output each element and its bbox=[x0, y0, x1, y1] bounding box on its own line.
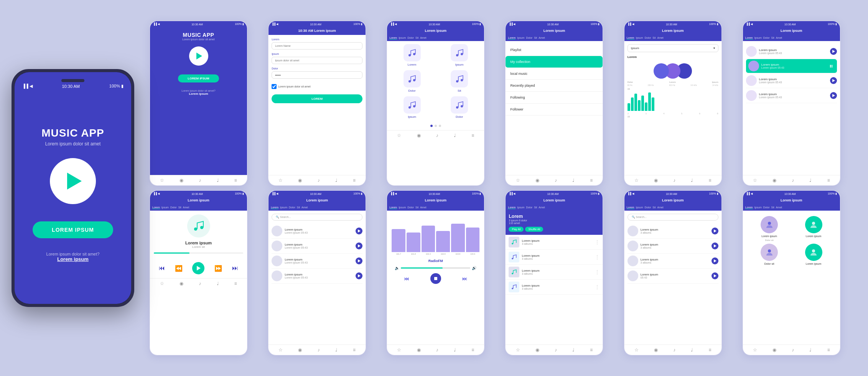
user-icon[interactable]: ♪ bbox=[555, 178, 557, 183]
menu-icon[interactable]: ≡ bbox=[353, 347, 356, 353]
search-play-3[interactable] bbox=[356, 272, 362, 279]
name-input[interactable] bbox=[272, 42, 362, 49]
radio-icon[interactable]: ◉ bbox=[535, 178, 539, 183]
music-icon[interactable]: ♩ bbox=[217, 281, 219, 286]
password-input[interactable] bbox=[272, 71, 362, 79]
artist-card-2[interactable]: Dolor sit bbox=[748, 244, 791, 265]
play-button-2[interactable] bbox=[830, 77, 837, 84]
menu-recently-played[interactable]: Recently played bbox=[506, 80, 603, 92]
music-icon[interactable]: ♩ bbox=[691, 178, 693, 183]
nav-ipsum[interactable]: Ipsum bbox=[399, 36, 406, 40]
track-item-3[interactable]: Lorem ipsum Lorem ipsum 05:43 bbox=[746, 88, 837, 103]
menu-local-music[interactable]: local music bbox=[506, 68, 603, 80]
menu-icon[interactable]: ≡ bbox=[471, 133, 474, 138]
home-icon[interactable]: ☆ bbox=[516, 347, 520, 353]
menu-icon[interactable]: ≡ bbox=[234, 281, 237, 286]
user-icon[interactable]: ♪ bbox=[555, 347, 557, 353]
home-icon[interactable]: ☆ bbox=[753, 178, 757, 183]
radio-icon[interactable]: ◉ bbox=[298, 178, 302, 183]
ipsum-input[interactable] bbox=[272, 57, 362, 64]
dot-1[interactable] bbox=[435, 125, 437, 127]
music-item-5[interactable]: Dolor bbox=[438, 96, 481, 119]
nav-dolor[interactable]: Dolor bbox=[645, 206, 651, 209]
album-item-2[interactable]: Lorem ipsum 3 albums ⋮ bbox=[506, 265, 603, 280]
menu-icon[interactable]: ≡ bbox=[471, 347, 474, 353]
radio-icon[interactable]: ◉ bbox=[654, 347, 658, 353]
cta-button[interactable]: LOREM IPSUM bbox=[33, 221, 113, 238]
nav-sit[interactable]: Sit bbox=[415, 206, 418, 209]
nav-lorem[interactable]: Lorem bbox=[627, 206, 634, 209]
home-icon[interactable]: ☆ bbox=[160, 178, 164, 183]
track-item-1[interactable]: Lorem ipsum Lorem ipsum 05:43 bbox=[746, 59, 837, 73]
nav-amet[interactable]: Amet bbox=[539, 36, 545, 40]
album-item-3[interactable]: Lorem ipsum 3 albums ⋮ bbox=[506, 280, 603, 295]
track-item-0[interactable]: Lorem ipsum Lorem ipsum 05:43 bbox=[746, 44, 837, 59]
nav-amet[interactable]: Amet bbox=[539, 206, 545, 209]
home-icon[interactable]: ☆ bbox=[516, 178, 520, 183]
nav-lorem[interactable]: Lorem bbox=[152, 206, 160, 209]
s2-track-2[interactable]: Lorem ipsum 3 albums bbox=[628, 254, 718, 269]
volume-bar[interactable] bbox=[401, 267, 470, 269]
nav-lorem[interactable]: Lorem bbox=[745, 206, 753, 209]
music-icon[interactable]: ♩ bbox=[454, 347, 456, 353]
dot-2[interactable] bbox=[439, 125, 441, 127]
nav-amet[interactable]: Amet bbox=[657, 206, 663, 209]
radio-icon[interactable]: ◉ bbox=[180, 178, 183, 183]
nav-sit[interactable]: Sit bbox=[771, 206, 774, 209]
eq-dropdown[interactable]: Ipsum ▾ bbox=[628, 44, 718, 52]
nav-amet[interactable]: Amet bbox=[776, 36, 782, 40]
user-icon[interactable]: ♪ bbox=[792, 178, 794, 183]
home-icon[interactable]: ☆ bbox=[160, 281, 164, 286]
search-track-0[interactable]: Lorem ipsum Lorem ipsum 05:43 bbox=[272, 224, 362, 239]
search-play-1[interactable] bbox=[356, 242, 362, 249]
nav-sit[interactable]: Sit bbox=[415, 36, 418, 40]
menu-icon[interactable]: ≡ bbox=[353, 178, 356, 183]
music-icon[interactable]: ♩ bbox=[572, 178, 575, 183]
nav-ipsum[interactable]: Ipsum bbox=[517, 206, 524, 209]
music-icon[interactable]: ♩ bbox=[691, 347, 693, 353]
nav-sit[interactable]: Sit bbox=[652, 206, 656, 209]
user-icon[interactable]: ♪ bbox=[318, 178, 320, 183]
s2-track-1[interactable]: Lorem ipsum 3 albums bbox=[628, 239, 718, 254]
radio-icon[interactable]: ◉ bbox=[772, 178, 776, 183]
s2-play-1[interactable] bbox=[712, 242, 718, 249]
nav-dolor[interactable]: Dolor bbox=[526, 206, 532, 209]
search-track-3[interactable]: Lorem ipsum Lorem ipsum 05:43 bbox=[272, 269, 362, 284]
radio-icon[interactable]: ◉ bbox=[417, 133, 421, 138]
nav-lorem[interactable]: Lorem bbox=[271, 206, 278, 209]
more-icon-2[interactable]: ⋮ bbox=[595, 269, 600, 275]
s2-play-2[interactable] bbox=[712, 257, 718, 264]
menu-playlist[interactable]: Playlist bbox=[506, 44, 603, 56]
radio-icon[interactable]: ◉ bbox=[180, 281, 183, 286]
nav-ipsum[interactable]: Ipsum bbox=[399, 206, 406, 209]
music-item-0[interactable]: Lorem bbox=[390, 44, 434, 66]
menu-icon[interactable]: ≡ bbox=[590, 178, 593, 183]
play-pause-button[interactable] bbox=[192, 262, 204, 274]
user-icon[interactable]: ♪ bbox=[199, 178, 201, 183]
nav-dolor[interactable]: Dolor bbox=[170, 206, 177, 209]
footer-link[interactable]: Lorem ipsum bbox=[57, 256, 89, 262]
artist-card-1[interactable]: Lorem ipsum bbox=[792, 216, 835, 241]
radio-icon[interactable]: ◉ bbox=[298, 347, 302, 353]
user-icon[interactable]: ♪ bbox=[318, 347, 320, 353]
home-icon[interactable]: ☆ bbox=[634, 347, 639, 353]
s2-play-0[interactable] bbox=[712, 228, 718, 234]
nav-dolor[interactable]: Dolor bbox=[763, 206, 770, 209]
nav-ipsum[interactable]: Ipsum bbox=[161, 206, 169, 209]
nav-ipsum[interactable]: Ipsum bbox=[517, 36, 524, 40]
menu-follower[interactable]: Follower bbox=[506, 104, 603, 115]
menu-icon[interactable]: ≡ bbox=[827, 178, 830, 183]
album-item-1[interactable]: Lorem ipsum 3 albums ⋮ bbox=[506, 250, 603, 265]
menu-icon[interactable]: ≡ bbox=[709, 347, 712, 353]
more-icon-3[interactable]: ⋮ bbox=[595, 284, 600, 290]
nav-amet[interactable]: Amet bbox=[420, 206, 426, 209]
music-icon[interactable]: ♩ bbox=[809, 178, 812, 183]
music-icon[interactable]: ♩ bbox=[335, 178, 338, 183]
next-icon[interactable]: ⏩ bbox=[214, 265, 222, 272]
play-all-button[interactable]: Play All bbox=[509, 227, 524, 232]
menu-icon[interactable]: ≡ bbox=[709, 178, 712, 183]
welcome-cta[interactable]: LOREM IPSUM bbox=[178, 74, 219, 82]
album-item-0[interactable]: Lorem ipsum 3 albums ⋮ bbox=[506, 235, 603, 250]
nav-sit[interactable]: Sit bbox=[534, 206, 537, 209]
skip-forward-radio-icon[interactable]: ⏭ bbox=[462, 275, 468, 282]
